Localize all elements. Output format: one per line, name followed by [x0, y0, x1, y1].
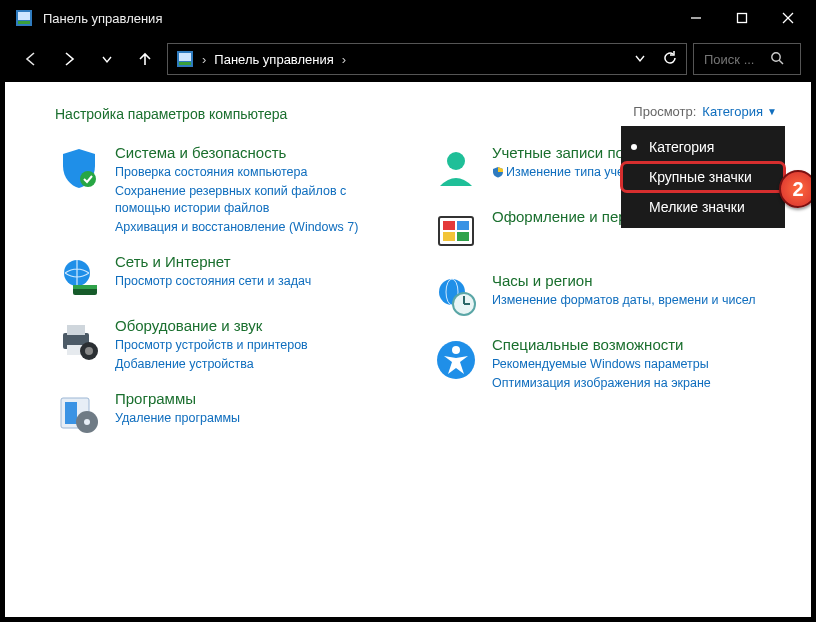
view-option-large-icons[interactable]: Крупные значки [621, 162, 785, 192]
view-option-label: Мелкие значки [649, 199, 745, 215]
view-label: Просмотр: [633, 104, 696, 119]
category-link[interactable]: Удаление программы [115, 410, 240, 428]
category-title[interactable]: Часы и регион [492, 272, 756, 289]
category-link[interactable]: Добавление устройства [115, 356, 308, 374]
svg-rect-29 [443, 232, 455, 241]
nav-history-button[interactable] [91, 43, 123, 75]
category-link[interactable]: Архивация и восстановление (Windows 7) [115, 219, 402, 237]
view-dropdown-menu: Категория Крупные значки Мелкие значки [621, 126, 785, 228]
svg-rect-1 [18, 12, 30, 20]
view-option-category[interactable]: Категория [621, 132, 785, 162]
category-system-security: Система и безопасность Проверка состояни… [55, 144, 402, 237]
window-title: Панель управления [43, 11, 673, 26]
category-network: Сеть и Интернет Просмотр состояния сети … [55, 253, 402, 301]
svg-rect-15 [73, 285, 97, 289]
category-link[interactable]: Рекомендуемые Windows параметры [492, 356, 711, 374]
svg-line-11 [779, 60, 783, 64]
svg-rect-28 [457, 221, 469, 230]
view-dropdown-button[interactable]: Категория ▼ [702, 104, 777, 119]
svg-rect-2 [18, 21, 30, 24]
svg-point-10 [772, 52, 780, 60]
svg-rect-30 [457, 232, 469, 241]
view-selector: Просмотр: Категория ▼ [633, 104, 777, 119]
uac-shield-icon [492, 166, 504, 178]
titlebar: Панель управления [5, 0, 811, 36]
maximize-button[interactable] [719, 0, 765, 36]
category-link[interactable]: Просмотр состояния сети и задач [115, 273, 311, 291]
breadcrumb-sep: › [202, 52, 206, 67]
svg-point-12 [80, 171, 96, 187]
category-programs: Программы Удаление программы [55, 390, 402, 438]
navbar: › Панель управления › [5, 36, 811, 82]
address-bar[interactable]: › Панель управления › [167, 43, 687, 75]
control-panel-icon [15, 9, 33, 27]
address-bar-icon [176, 50, 194, 68]
globe-icon [55, 253, 103, 301]
view-option-label: Крупные значки [649, 169, 752, 185]
category-title[interactable]: Система и безопасность [115, 144, 402, 161]
category-link[interactable]: Оптимизация изображения на экране [492, 375, 711, 393]
category-link[interactable]: Изменение форматов даты, времени и чисел [492, 292, 756, 310]
category-link[interactable]: Сохранение резервных копий файлов с помо… [115, 183, 402, 218]
view-option-label: Категория [649, 139, 714, 155]
search-input[interactable] [702, 51, 762, 68]
nav-up-button[interactable] [129, 43, 161, 75]
window: Панель управления › Панель упра [5, 0, 811, 617]
search-box[interactable] [693, 43, 801, 75]
chevron-down-icon: ▼ [767, 106, 777, 117]
nav-back-button[interactable] [15, 43, 47, 75]
category-link[interactable]: Проверка состояния компьютера [115, 164, 402, 182]
category-link[interactable]: Просмотр устройств и принтеров [115, 337, 308, 355]
bullet-icon [631, 144, 637, 150]
annotation-number: 2 [792, 178, 803, 201]
svg-rect-27 [443, 221, 455, 230]
accessibility-icon [432, 336, 480, 384]
svg-rect-9 [179, 62, 191, 65]
user-icon [432, 144, 480, 192]
content-area: Настройка параметров компьютера Просмотр… [5, 82, 811, 617]
minimize-button[interactable] [673, 0, 719, 36]
svg-rect-17 [67, 325, 85, 335]
annotation-badge: 2 [779, 170, 811, 208]
svg-rect-4 [738, 14, 747, 23]
category-column-left: Система и безопасность Проверка состояни… [55, 144, 402, 454]
close-button[interactable] [765, 0, 811, 36]
refresh-icon[interactable] [662, 50, 678, 69]
address-dropdown-icon[interactable] [634, 52, 646, 67]
category-clock-region: Часы и регион Изменение форматов даты, в… [432, 272, 779, 320]
shield-icon [55, 144, 103, 192]
svg-point-37 [452, 346, 460, 354]
svg-point-24 [84, 419, 90, 425]
personalization-icon [432, 208, 480, 256]
breadcrumb-sep: › [342, 52, 346, 67]
breadcrumb-location[interactable]: Панель управления [214, 52, 333, 67]
category-ease-of-access: Специальные возможности Рекомендуемые Wi… [432, 336, 779, 393]
view-option-small-icons[interactable]: Мелкие значки [621, 192, 785, 222]
programs-icon [55, 390, 103, 438]
category-title[interactable]: Сеть и Интернет [115, 253, 311, 270]
view-current: Категория [702, 104, 763, 119]
clock-icon [432, 272, 480, 320]
category-title[interactable]: Специальные возможности [492, 336, 711, 353]
svg-point-20 [85, 347, 93, 355]
category-title[interactable]: Программы [115, 390, 240, 407]
svg-rect-22 [65, 402, 77, 424]
category-title[interactable]: Оборудование и звук [115, 317, 308, 334]
svg-point-25 [447, 152, 465, 170]
search-icon[interactable] [770, 51, 784, 68]
nav-forward-button[interactable] [53, 43, 85, 75]
printer-icon [55, 317, 103, 365]
category-hardware-sound: Оборудование и звук Просмотр устройств и… [55, 317, 402, 374]
svg-rect-8 [179, 53, 191, 61]
